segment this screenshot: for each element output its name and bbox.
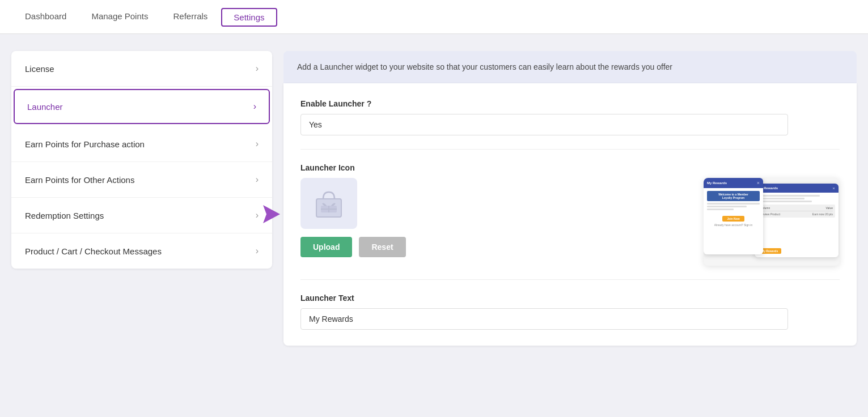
- enable-launcher-label: Enable Launcher ?: [300, 99, 840, 108]
- divider: [300, 149, 840, 150]
- icon-preview: [300, 178, 357, 229]
- sidebar-item-cart-checkout[interactable]: Product / Cart / Checkout Messages ›: [11, 233, 272, 269]
- tab-settings[interactable]: Settings: [221, 8, 277, 27]
- sidebar-item-redemption[interactable]: Redemption Settings ›: [11, 198, 272, 233]
- content-area: Add a Launcher widget to your website so…: [283, 51, 857, 400]
- preview-mockup: My Rewards × Column: [704, 178, 840, 266]
- launcher-icon-label: Launcher Icon: [300, 163, 840, 172]
- upload-button[interactable]: Upload: [300, 237, 352, 257]
- chevron-right-icon: ›: [256, 63, 259, 74]
- sidebar-item-earn-other[interactable]: Earn Points for Other Actions ›: [11, 162, 272, 198]
- info-banner-text: Add a Launcher widget to your website so…: [297, 62, 672, 71]
- button-row: Upload Reset: [300, 237, 406, 257]
- enable-launcher-select[interactable]: Yes No: [300, 114, 788, 135]
- sidebar-item-label: Redemption Settings: [25, 211, 104, 220]
- sidebar-item-label: License: [25, 64, 54, 74]
- launcher-text-input[interactable]: [300, 308, 788, 330]
- top-navigation: Dashboard Manage Points Referrals Settin…: [0, 0, 868, 34]
- svg-marker-0: [263, 205, 280, 223]
- launcher-text-field: Launcher Text: [300, 293, 840, 330]
- sidebar-item-license[interactable]: License ›: [11, 51, 272, 87]
- sidebar-item-launcher[interactable]: Launcher ›: [14, 89, 270, 124]
- content-card: Enable Launcher ? Yes No Launcher Icon: [283, 83, 857, 346]
- launcher-icon-section: Upload Reset My Rewards ×: [300, 178, 840, 266]
- chevron-right-icon: ›: [256, 139, 259, 149]
- sidebar: License › Launcher › Earn Points for Pur…: [11, 51, 272, 269]
- launcher-icon-left: Upload Reset: [300, 178, 406, 257]
- chevron-right-icon: ›: [256, 246, 259, 256]
- chevron-right-icon: ›: [256, 175, 259, 185]
- tab-referrals[interactable]: Referrals: [162, 1, 219, 33]
- sidebar-item-label: Product / Cart / Checkout Messages: [25, 246, 162, 256]
- launcher-icon-field: Launcher Icon: [300, 163, 840, 266]
- launcher-text-label: Launcher Text: [300, 293, 840, 303]
- main-layout: License › Launcher › Earn Points for Pur…: [0, 34, 868, 417]
- chevron-right-icon: ›: [253, 101, 256, 112]
- tab-dashboard[interactable]: Dashboard: [14, 1, 78, 33]
- sidebar-item-label: Earn Points for Purchase action: [25, 139, 145, 149]
- launcher-preview: My Rewards × Column: [429, 178, 840, 266]
- sidebar-item-label: Earn Points for Other Actions: [25, 175, 134, 185]
- tab-manage-points[interactable]: Manage Points: [80, 1, 159, 33]
- enable-launcher-field: Enable Launcher ? Yes No: [300, 99, 840, 135]
- info-banner: Add a Launcher widget to your website so…: [283, 51, 857, 83]
- sidebar-item-label: Launcher: [27, 102, 63, 112]
- sidebar-item-earn-purchase[interactable]: Earn Points for Purchase action ›: [11, 126, 272, 162]
- divider-2: [300, 279, 840, 280]
- reset-button[interactable]: Reset: [359, 237, 405, 257]
- bag-gift-icon: [312, 186, 346, 220]
